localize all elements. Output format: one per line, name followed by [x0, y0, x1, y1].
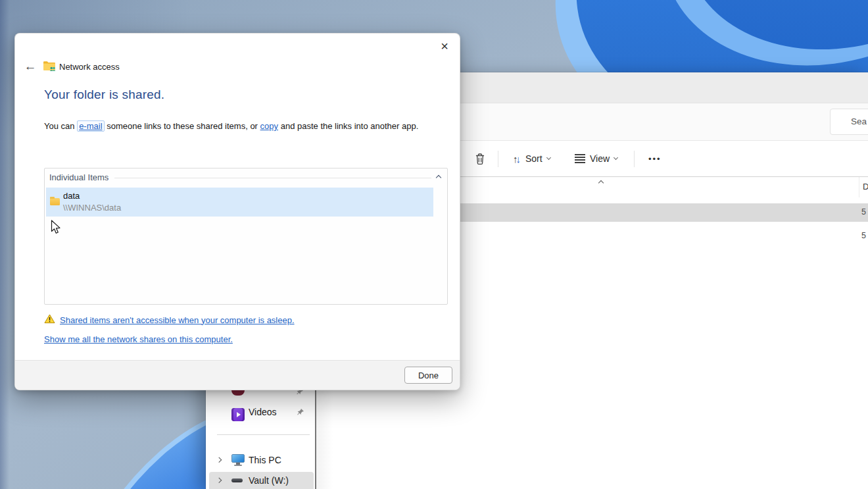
page-heading: Your folder is shared. [44, 88, 164, 102]
view-label: View [590, 153, 610, 164]
dialog-footer: Done [15, 360, 460, 390]
sort-button[interactable]: ↑↓ Sort [507, 147, 556, 170]
shared-item-row[interactable]: data \\WINNAS\data [46, 188, 433, 217]
this-pc-icon [231, 454, 245, 463]
chevron-down-icon [614, 155, 618, 159]
copy-link[interactable]: copy [260, 121, 278, 131]
pin-icon [297, 407, 304, 418]
chevron-down-icon [546, 155, 551, 159]
body-suffix: and paste the links into another app. [281, 121, 419, 131]
sidebar-item-vault[interactable]: Vault (W:) [206, 472, 315, 489]
mouse-cursor-icon [51, 220, 61, 236]
close-icon: × [441, 39, 448, 53]
see-more-button[interactable]: ••• [642, 147, 667, 170]
close-button[interactable]: × [436, 38, 453, 55]
sidebar-item-label: Vault (W:) [249, 475, 289, 486]
toolbar-separator [634, 151, 635, 167]
search-text: Sea [851, 116, 867, 126]
sort-icon: ↑↓ [513, 154, 521, 164]
sidebar-item-videos[interactable]: Videos [206, 403, 315, 421]
sidebar-item-label: This PC [249, 455, 281, 465]
body-prefix: You can [44, 121, 75, 131]
search-input[interactable]: Sea [830, 109, 868, 135]
shared-items-list: Individual Items data \\WINNAS\data [44, 168, 448, 305]
back-icon: ← [24, 59, 37, 73]
email-link[interactable]: e-mail [77, 120, 104, 132]
sidebar-item-this-pc[interactable]: This PC [206, 451, 315, 469]
more-icon: ••• [648, 154, 662, 164]
videos-icon [231, 408, 245, 421]
group-header-rule [114, 178, 431, 178]
column-header-partial[interactable]: D [863, 182, 868, 192]
done-button[interactable]: Done [404, 367, 452, 384]
file-row-partial-text: 5 [861, 207, 866, 217]
body-middle: someone links to these shared items, or [107, 121, 258, 131]
drive-icon [231, 478, 243, 482]
music-icon [231, 390, 245, 396]
collapse-chevron-icon[interactable] [436, 175, 441, 180]
dialog-title: Network access [59, 62, 120, 72]
shared-folder-icon [43, 60, 56, 72]
warning-icon [44, 314, 55, 326]
folder-icon [50, 198, 60, 205]
body-text: You can e-mail someone links to these sh… [44, 120, 443, 132]
toolbar-separator [498, 151, 498, 167]
sleep-warning-link[interactable]: Shared items aren't accessible when your… [60, 315, 295, 325]
sidebar-item-label: Videos [249, 407, 277, 417]
pin-icon [296, 390, 304, 394]
warning-row: Shared items aren't accessible when your… [44, 314, 295, 326]
view-button[interactable]: View [569, 147, 623, 170]
network-access-dialog: × ← Network access Your folder is shared… [14, 33, 460, 390]
shared-item-path: \\WINNAS\data [63, 203, 121, 213]
shared-item-name: data [63, 191, 80, 201]
delete-button[interactable] [468, 147, 493, 170]
show-all-shares-link[interactable]: Show me all the network shares on this c… [44, 334, 233, 344]
group-label: Individual Items [49, 172, 108, 182]
sidebar-divider [217, 434, 310, 435]
view-icon [575, 154, 585, 155]
file-row-partial-text: 5 [861, 231, 866, 240]
back-button[interactable]: ← [22, 59, 39, 74]
trash-icon [475, 153, 485, 165]
list-group-header: Individual Items [45, 168, 447, 182]
sort-label: Sort [525, 153, 542, 164]
column-separator [859, 177, 859, 197]
sort-ascending-caret-icon [598, 180, 604, 186]
chevron-right-icon [216, 457, 222, 463]
